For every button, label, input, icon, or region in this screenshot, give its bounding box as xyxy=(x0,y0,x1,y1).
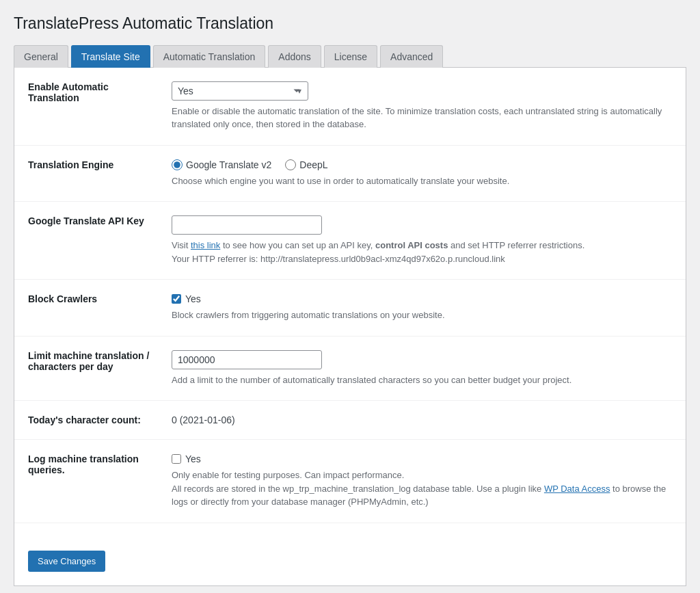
google-api-key-input[interactable] xyxy=(172,215,322,235)
tab-translate-site[interactable]: Translate Site xyxy=(71,45,150,68)
radio-option-deepl[interactable]: DeepL xyxy=(285,159,327,170)
row-block-crawlers: Block Crawlers Yes Block crawlers from t… xyxy=(14,280,686,337)
block-crawlers-label: Block Crawlers xyxy=(28,293,97,304)
row-translation-engine: Translation Engine Google Translate v2 D… xyxy=(14,145,686,202)
enable-auto-translation-description: Enable or disable the automatic translat… xyxy=(172,105,672,131)
radio-deepl[interactable] xyxy=(285,159,296,170)
radio-deepl-label: DeepL xyxy=(299,159,327,170)
description-before: Visit xyxy=(172,240,191,250)
settings-panel: Enable Automatic Translation Yes No Enab… xyxy=(14,68,686,586)
footer-row: Save Changes xyxy=(14,523,686,585)
limit-characters-label: Limit machine translation / characters p… xyxy=(28,350,149,372)
log-queries-checkbox[interactable] xyxy=(172,454,181,464)
description-middle: to see how you can set up an API key, xyxy=(220,240,375,250)
radio-google[interactable] xyxy=(172,159,183,170)
this-link[interactable]: this link xyxy=(191,240,220,250)
translation-engine-radio-group: Google Translate v2 DeepL xyxy=(172,159,672,170)
tab-addons[interactable]: Addons xyxy=(268,45,321,68)
enable-auto-translation-select[interactable]: Yes No xyxy=(172,81,308,101)
translation-engine-label: Translation Engine xyxy=(28,159,113,170)
page-title: TranslatePress Automatic Translation xyxy=(14,14,686,34)
tab-general[interactable]: General xyxy=(14,45,68,68)
wp-data-access-link[interactable]: WP Data Access xyxy=(544,484,610,494)
row-log-queries: Log machine translation queries. Yes Onl… xyxy=(14,440,686,523)
log-queries-description: Only enable for testing purposes. Can im… xyxy=(172,469,672,509)
block-crawlers-checkbox-label: Yes xyxy=(185,293,201,304)
google-api-key-label: Google Translate API Key xyxy=(28,215,144,226)
row-limit-characters: Limit machine translation / characters p… xyxy=(14,336,686,401)
nav-tabs: General Translate Site Automatic Transla… xyxy=(14,45,686,68)
row-enable-auto-translation: Enable Automatic Translation Yes No Enab… xyxy=(14,68,686,146)
block-crawlers-checkbox[interactable] xyxy=(172,294,181,304)
row-google-api-key: Google Translate API Key Visit this link… xyxy=(14,202,686,280)
character-count-label: Today's character count: xyxy=(28,414,141,425)
radio-google-label: Google Translate v2 xyxy=(186,159,271,170)
log-desc-1: Only enable for testing purposes. Can im… xyxy=(172,470,404,480)
description-after: and set HTTP referrer restrictions. xyxy=(448,240,584,250)
log-queries-label: Log machine translation queries. xyxy=(28,453,139,475)
character-count-value: 0 (2021-01-06) xyxy=(172,414,235,425)
settings-table: Enable Automatic Translation Yes No Enab… xyxy=(14,68,686,523)
limit-characters-input[interactable]: 1000000 xyxy=(172,350,322,369)
bold-text: control API costs xyxy=(375,240,448,250)
referrer-label: Your HTTP referrer is: xyxy=(172,254,258,264)
enable-auto-translation-label: Enable Automatic Translation xyxy=(28,81,109,103)
tab-advanced[interactable]: Advanced xyxy=(380,45,443,68)
referrer-value: http://translatepress.urld0b9acl-xmz4qd9… xyxy=(260,254,505,264)
log-queries-checkbox-option[interactable]: Yes xyxy=(172,453,672,464)
translation-engine-description: Choose which engine you want to use in o… xyxy=(172,174,672,188)
tab-license[interactable]: License xyxy=(324,45,377,68)
enable-auto-translation-select-wrapper: Yes No xyxy=(172,81,308,101)
google-api-key-description: Visit this link to see how you can set u… xyxy=(172,239,672,265)
save-changes-button[interactable]: Save Changes xyxy=(28,551,105,572)
log-queries-checkbox-label: Yes xyxy=(185,453,201,464)
limit-characters-description: Add a limit to the number of automatical… xyxy=(172,373,672,387)
radio-option-google[interactable]: Google Translate v2 xyxy=(172,159,271,170)
tab-automatic-translation[interactable]: Automatic Translation xyxy=(153,45,266,68)
block-crawlers-checkbox-option[interactable]: Yes xyxy=(172,293,672,304)
log-desc-2: All records are stored in the wp_trp_mac… xyxy=(172,484,544,494)
row-character-count: Today's character count: 0 (2021-01-06) xyxy=(14,401,686,440)
block-crawlers-description: Block crawlers from triggering automatic… xyxy=(172,308,672,322)
